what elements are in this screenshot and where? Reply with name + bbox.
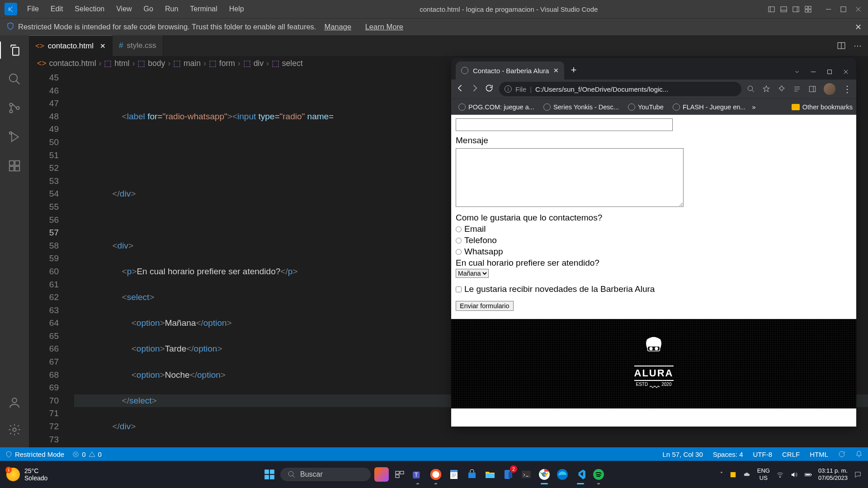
forward-icon[interactable]: [470, 84, 479, 94]
breadcrumb-item[interactable]: html: [114, 59, 129, 68]
battery-icon[interactable]: [804, 471, 812, 479]
app-browser[interactable]: [429, 467, 443, 482]
breadcrumb-item[interactable]: body: [148, 59, 165, 68]
app-explorer[interactable]: [483, 467, 497, 482]
bookmark-item[interactable]: Series Yonkis - Desc...: [540, 102, 623, 113]
side-panel-icon[interactable]: [808, 85, 816, 93]
app-chrome[interactable]: [537, 467, 552, 482]
manage-link[interactable]: Manage: [324, 23, 351, 31]
bookmark-item[interactable]: FLASH - Juegue en...: [669, 102, 749, 113]
app-teams[interactable]: T: [410, 467, 425, 482]
weather-widget[interactable]: 1 25°CSoleado: [6, 467, 47, 482]
app-terminal[interactable]: [519, 467, 533, 482]
profile-avatar[interactable]: [824, 83, 835, 95]
feedback-icon[interactable]: [838, 450, 845, 458]
reading-list-icon[interactable]: [793, 85, 801, 93]
app-spotify[interactable]: [591, 467, 606, 482]
source-control-icon[interactable]: [8, 101, 21, 117]
toggle-primary-sidebar-icon[interactable]: [768, 6, 775, 13]
info-icon[interactable]: i: [505, 85, 512, 93]
menu-go[interactable]: Go: [138, 3, 159, 15]
tray-onedrive-icon[interactable]: [743, 471, 751, 479]
customize-layout-icon[interactable]: [805, 6, 811, 13]
menu-view[interactable]: View: [111, 3, 137, 15]
back-icon[interactable]: [456, 84, 465, 94]
breadcrumb-item[interactable]: select: [282, 59, 303, 68]
radio-telefono[interactable]: [456, 238, 462, 244]
tray-overflow-icon[interactable]: ˄: [720, 471, 723, 478]
breadcrumb-item[interactable]: main: [184, 59, 201, 68]
app-store[interactable]: [465, 467, 479, 482]
tab-close-icon[interactable]: ✕: [100, 42, 106, 50]
mensaje-textarea[interactable]: [456, 148, 684, 207]
radio-whatsapp[interactable]: [456, 249, 462, 255]
search-icon[interactable]: [8, 72, 21, 88]
app-phonelink[interactable]: 2: [501, 467, 515, 482]
menu-help[interactable]: Help: [224, 3, 250, 15]
bookmark-star-icon[interactable]: [762, 85, 770, 93]
bookmark-item[interactable]: POG.COM: juegue a...: [455, 102, 538, 113]
novedades-checkbox[interactable]: [456, 286, 462, 292]
breadcrumb-item[interactable]: form: [219, 59, 235, 68]
settings-gear-icon[interactable]: [8, 423, 21, 438]
wifi-icon[interactable]: [776, 471, 784, 479]
more-actions-icon[interactable]: ⋯: [854, 41, 862, 51]
taskbar-search[interactable]: Buscar: [280, 468, 371, 481]
zoom-icon[interactable]: [747, 85, 755, 93]
app-edge[interactable]: [555, 467, 570, 482]
clock[interactable]: 03:11 p. m.07/05/2023: [818, 467, 848, 482]
tab-style-css[interactable]: # style.css: [113, 35, 163, 56]
explorer-icon[interactable]: [0, 42, 29, 59]
toggle-secondary-sidebar-icon[interactable]: [793, 6, 799, 13]
chrome-new-tab-icon[interactable]: +: [571, 64, 576, 76]
extensions-puzzle-icon[interactable]: [778, 85, 786, 93]
chrome-minimize-icon[interactable]: [810, 69, 816, 75]
indentation-status[interactable]: Spaces: 4: [713, 450, 743, 458]
cursor-position[interactable]: Ln 57, Col 30: [663, 450, 703, 458]
volume-icon[interactable]: [790, 471, 798, 479]
breadcrumb-item[interactable]: div: [254, 59, 264, 68]
toggle-panel-icon[interactable]: [780, 6, 787, 13]
text-input[interactable]: [456, 118, 673, 131]
breadcrumb-item[interactable]: contacto.html: [49, 59, 96, 68]
language-mode[interactable]: HTML: [810, 450, 828, 458]
app-notepad[interactable]: [447, 467, 461, 482]
chrome-tab-search-icon[interactable]: [794, 69, 800, 75]
start-button[interactable]: [262, 467, 277, 482]
bookmark-item[interactable]: YouTube: [624, 102, 667, 113]
menu-file[interactable]: File: [22, 3, 44, 15]
notifications-icon[interactable]: [854, 471, 862, 479]
bookmarks-overflow-icon[interactable]: »: [752, 103, 755, 111]
bell-icon[interactable]: [855, 450, 863, 458]
chrome-close-icon[interactable]: [843, 69, 849, 75]
menu-terminal[interactable]: Terminal: [184, 3, 222, 15]
maximize-icon[interactable]: [840, 6, 847, 13]
submit-button[interactable]: Enviar formulario: [456, 301, 514, 311]
account-icon[interactable]: [8, 396, 21, 411]
chrome-maximize-icon[interactable]: [826, 69, 833, 75]
app-task-view[interactable]: [392, 467, 407, 482]
restricted-mode-status[interactable]: Restricted Mode: [5, 450, 64, 458]
close-icon[interactable]: [855, 6, 862, 13]
app-copilot[interactable]: [374, 467, 389, 482]
menu-run[interactable]: Run: [160, 3, 184, 15]
chrome-tab-close-icon[interactable]: ✕: [553, 67, 559, 74]
chrome-omnibox[interactable]: i File | C:/Users/sun_f/OneDrive/Documen…: [499, 82, 741, 96]
tray-security-icon[interactable]: [729, 471, 737, 479]
app-vscode[interactable]: [573, 467, 588, 482]
eol-status[interactable]: CRLF: [782, 450, 800, 458]
reload-icon[interactable]: [485, 84, 494, 94]
split-editor-icon[interactable]: [837, 42, 845, 50]
problems-status[interactable]: 0 0: [72, 450, 102, 458]
chrome-tab[interactable]: Contacto - Barberia Alura ✕: [456, 61, 564, 80]
encoding-status[interactable]: UTF-8: [753, 450, 772, 458]
horario-select[interactable]: Mañana: [456, 269, 489, 278]
radio-email[interactable]: [456, 226, 462, 232]
extensions-icon[interactable]: [8, 159, 21, 174]
banner-close-icon[interactable]: ✕: [855, 22, 862, 32]
tab-contacto-html[interactable]: <> contacto.html ✕: [29, 35, 113, 56]
minimize-icon[interactable]: [825, 6, 832, 13]
debug-icon[interactable]: [8, 130, 21, 145]
menu-edit[interactable]: Edit: [45, 3, 69, 15]
language-indicator[interactable]: ENGUS: [757, 467, 770, 482]
